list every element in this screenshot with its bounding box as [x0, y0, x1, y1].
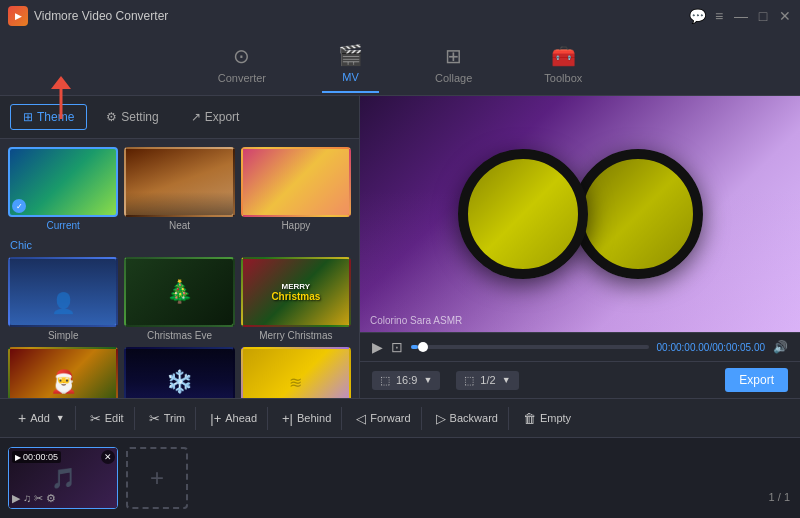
- svg-marker-1: [51, 76, 71, 89]
- subtab-export[interactable]: ↗ Export: [178, 104, 253, 130]
- forward-label: Forward: [370, 412, 410, 424]
- empty-label: Empty: [540, 412, 571, 424]
- add-clip-button[interactable]: +: [126, 447, 188, 509]
- ahead-label: Ahead: [225, 412, 257, 424]
- setting-icon: ⚙: [106, 110, 117, 124]
- progress-dot: [418, 342, 428, 352]
- chat-button[interactable]: 💬: [690, 9, 704, 23]
- subtab-setting[interactable]: ⚙ Setting: [93, 104, 171, 130]
- edit-button[interactable]: ✂ Edit: [80, 407, 135, 430]
- trash-icon: 🗑: [523, 411, 536, 426]
- close-button[interactable]: ✕: [778, 9, 792, 23]
- theme-label-neat: Neat: [169, 220, 190, 231]
- timeline-duration: ▶ 00:00:05: [12, 451, 61, 463]
- cut-mini-icon: ✂: [34, 492, 43, 505]
- play-button[interactable]: ▶: [372, 339, 383, 355]
- empty-button[interactable]: 🗑 Empty: [513, 407, 581, 430]
- theme-item-happy[interactable]: Happy: [241, 147, 351, 231]
- theme-thumb-neat: [124, 147, 234, 217]
- forward-button[interactable]: ◁ Forward: [346, 407, 421, 430]
- menu-button[interactable]: ≡: [712, 9, 726, 23]
- player-controls: ▶ ⊡ 00:00:00.00/00:00:05.00 🔊: [360, 332, 800, 361]
- theme-item-current[interactable]: ✓ Current: [8, 147, 118, 231]
- maximize-button[interactable]: □: [756, 9, 770, 23]
- preview-circle-1: [458, 149, 588, 279]
- progress-bar[interactable]: [411, 345, 649, 349]
- trim-button[interactable]: ✂ Trim: [139, 407, 197, 430]
- theme-label-merry-christmas: Merry Christmas: [259, 330, 332, 341]
- trim-icon: ✂: [149, 411, 160, 426]
- mv-icon: 🎬: [338, 43, 363, 67]
- clip-duration: 00:00:05: [23, 452, 58, 462]
- add-button[interactable]: + Add ▼: [8, 406, 76, 430]
- timeline: 🎵 ▶ 00:00:05 ✕ ▶ ♫ ✂ ⚙ + 1 / 1: [0, 438, 800, 518]
- theme-item-christmas-eve[interactable]: 🎄 Christmas Eve: [124, 257, 234, 341]
- export-button[interactable]: Export: [725, 368, 788, 392]
- tab-toolbox[interactable]: 🧰 Toolbox: [528, 36, 598, 92]
- main-content: ⊞ Theme ⚙ Setting ↗ Export ✓ Current: [0, 96, 800, 398]
- settings-mini-icon: ⚙: [46, 492, 56, 505]
- timeline-close-button[interactable]: ✕: [101, 450, 115, 464]
- add-dropdown-arrow[interactable]: ▼: [56, 413, 65, 423]
- page-fraction-chevron: ▼: [502, 375, 511, 385]
- scissors-icon: ✂: [90, 411, 101, 426]
- aspect-ratio-chevron: ▼: [423, 375, 432, 385]
- theme-thumb-snowy-night: ❄️: [124, 347, 234, 398]
- behind-label: Behind: [297, 412, 331, 424]
- app-title: Vidmore Video Converter: [34, 9, 168, 23]
- theme-grid-icon: ⊞: [23, 110, 33, 124]
- theme-label-happy: Happy: [281, 220, 310, 231]
- volume-icon[interactable]: 🔊: [773, 340, 788, 354]
- theme-item-simple[interactable]: 👤 Simple: [8, 257, 118, 341]
- chic-category: Chic: [8, 237, 351, 251]
- ahead-button[interactable]: |+ Ahead: [200, 407, 268, 430]
- tab-mv-label: MV: [342, 71, 359, 83]
- backward-button[interactable]: ▷ Backward: [426, 407, 509, 430]
- tab-mv[interactable]: 🎬 MV: [322, 35, 379, 93]
- titlebar: ▶ Vidmore Video Converter 💬 ≡ — □ ✕: [0, 0, 800, 32]
- right-panel: Colorino Sara ASMR ▶ ⊡ 00:00:00.00/00:00…: [360, 96, 800, 398]
- behind-button[interactable]: +| Behind: [272, 407, 342, 430]
- bottom-toolbar: + Add ▼ ✂ Edit ✂ Trim |+ Ahead +| Behind…: [0, 398, 800, 438]
- preview-area: Colorino Sara ASMR: [360, 96, 800, 332]
- theme-item-neat[interactable]: Neat: [124, 147, 234, 231]
- plus-icon: +: [18, 410, 26, 426]
- preview-background: Colorino Sara ASMR: [360, 96, 800, 332]
- add-label: Add: [30, 412, 50, 424]
- tab-converter[interactable]: ⊙ Converter: [202, 36, 282, 92]
- theme-item-stripes-waves[interactable]: ≋ Stripes & Waves: [241, 347, 351, 398]
- theme-item-santa-claus[interactable]: 🎅 Santa Claus: [8, 347, 118, 398]
- behind-icon: +|: [282, 411, 293, 426]
- time-current: 00:00:00.00: [657, 342, 710, 353]
- page-fraction-value: 1/2: [480, 374, 495, 386]
- volume-mini-icon: ♫: [23, 492, 31, 505]
- aspect-ratio-icon: ⬚: [380, 374, 390, 387]
- theme-thumb-current: ✓: [8, 147, 118, 217]
- timeline-clip-1[interactable]: 🎵 ▶ 00:00:05 ✕ ▶ ♫ ✂ ⚙: [8, 447, 118, 509]
- page-count: 1 / 1: [769, 491, 790, 503]
- aspect-ratio-select[interactable]: ⬚ 16:9 ▼: [372, 371, 440, 390]
- minimize-button[interactable]: —: [734, 9, 748, 23]
- theme-item-snowy-night[interactable]: ❄️ Snowy Night: [124, 347, 234, 398]
- theme-item-merry-christmas[interactable]: MERRY Christmas Merry Christmas: [241, 257, 351, 341]
- preview-circle-2: [573, 149, 703, 279]
- toolbox-icon: 🧰: [551, 44, 576, 68]
- play-mini-icon: ▶: [12, 492, 20, 505]
- check-icon-current: ✓: [12, 199, 26, 213]
- theme-thumb-simple: 👤: [8, 257, 118, 327]
- export-arrow-icon: ↗: [191, 110, 201, 124]
- page-fraction-select[interactable]: ⬚ 1/2 ▼: [456, 371, 518, 390]
- ahead-icon: |+: [210, 411, 221, 426]
- time-display: 00:00:00.00/00:00:05.00: [657, 342, 765, 353]
- tab-collage[interactable]: ⊞ Collage: [419, 36, 488, 92]
- stop-button[interactable]: ⊡: [391, 339, 403, 355]
- backward-label: Backward: [450, 412, 498, 424]
- theme-thumb-christmas-eve: 🎄: [124, 257, 234, 327]
- preview-channel-label: Colorino Sara ASMR: [370, 315, 462, 326]
- converter-icon: ⊙: [233, 44, 250, 68]
- tab-collage-label: Collage: [435, 72, 472, 84]
- trim-label: Trim: [164, 412, 186, 424]
- collage-icon: ⊞: [445, 44, 462, 68]
- theme-thumb-merry-christmas: MERRY Christmas: [241, 257, 351, 327]
- theme-label-current: Current: [46, 220, 79, 231]
